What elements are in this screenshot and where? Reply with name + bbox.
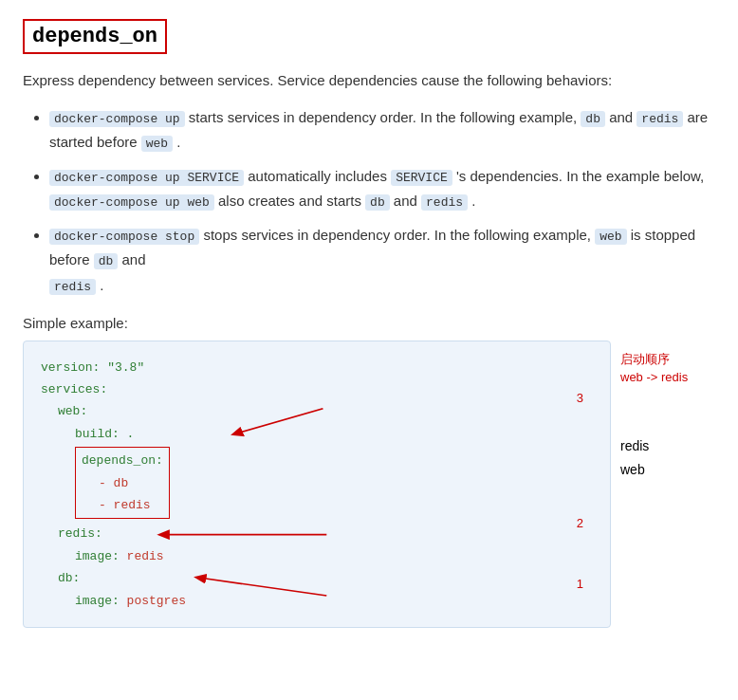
- example-wrapper: version: "3.8" services: web: build: . d…: [23, 341, 715, 628]
- code-block: version: "3.8" services: web: build: . d…: [23, 341, 611, 628]
- annotation-items: redis web: [620, 434, 715, 482]
- code-redis-1: redis: [637, 111, 683, 127]
- db-service-key: db:: [58, 571, 80, 585]
- redis-service-key: redis:: [58, 526, 102, 541]
- code-line-dash-db: - db: [82, 472, 163, 494]
- annotation-redis: redis: [620, 434, 715, 458]
- code-line-build: build: .: [41, 423, 593, 445]
- version-value: "3.8": [107, 360, 144, 375]
- code-web-2: web: [595, 229, 626, 245]
- image-key-redis: image:: [75, 549, 127, 563]
- code-line-depends-on: depends_on:: [82, 450, 163, 471]
- chinese-line1: 启动顺序: [620, 352, 670, 366]
- annotation-panel: 启动顺序 web -> redis redis web: [611, 341, 715, 482]
- image-val-postgres: postgres: [127, 594, 186, 608]
- arrow-label-2: 2: [577, 516, 583, 530]
- code-line-services: services:: [41, 378, 593, 400]
- code-line-dash-redis: - redis: [82, 494, 163, 516]
- code-docker-compose-stop: docker-compose stop: [49, 229, 199, 245]
- code-docker-compose-up: docker-compose up: [49, 111, 185, 127]
- code-redis-2: redis: [421, 194, 468, 211]
- image-key-postgres: image:: [75, 594, 127, 608]
- code-line-redis: redis:: [41, 523, 593, 544]
- build-key: build: .: [75, 427, 134, 441]
- code-line-version: version: "3.8": [41, 357, 593, 378]
- intro-paragraph: Express dependency between services. Ser…: [23, 69, 715, 92]
- web-key: web:: [58, 404, 87, 418]
- version-key: version:: [41, 360, 107, 375]
- section-label: Simple example:: [23, 315, 715, 331]
- dash-redis: - redis: [99, 498, 151, 512]
- code-docker-compose-up-web: docker-compose up web: [49, 194, 214, 211]
- code-service: SERVICE: [391, 170, 452, 186]
- dash-db: - db: [99, 476, 128, 490]
- code-line-web: web:: [41, 400, 593, 422]
- arrow-label-1: 1: [577, 577, 583, 591]
- arrow-label-3: 3: [577, 391, 583, 405]
- behaviors-list: docker-compose up starts services in dep…: [49, 105, 715, 298]
- annotation-chinese: 启动顺序 web -> redis: [620, 350, 715, 387]
- services-key: services:: [41, 382, 107, 396]
- code-line-db: db:: [41, 567, 593, 589]
- code-db-3: db: [94, 253, 119, 269]
- code-line-image-postgres: image: postgres: [41, 590, 593, 612]
- code-line-image-redis: image: redis: [41, 545, 593, 567]
- code-db-2: db: [365, 194, 390, 211]
- code-web-1: web: [141, 136, 173, 152]
- annotation-web: web: [620, 458, 715, 482]
- code-docker-compose-up-service: docker-compose up SERVICE: [49, 170, 244, 186]
- chinese-line2: web -> redis: [620, 370, 688, 384]
- depends-on-key: depends_on:: [82, 453, 163, 468]
- code-redis-3: redis: [49, 279, 96, 295]
- image-val-redis: redis: [127, 549, 164, 563]
- bullet-3: docker-compose stop stops services in de…: [49, 223, 715, 297]
- bullet-2: docker-compose up SERVICE automatically …: [49, 164, 715, 213]
- bullet-1: docker-compose up starts services in dep…: [49, 105, 715, 155]
- page-title: depends_on: [23, 19, 167, 54]
- code-db-1: db: [581, 111, 605, 127]
